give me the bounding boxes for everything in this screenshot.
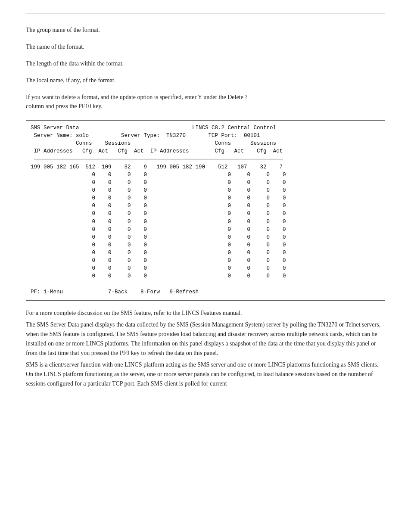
terminal-zero-row-6: 0 0 0 0 0 0 0 0 xyxy=(31,210,380,218)
terminal-pf-line: PF: 1-Menu 7-Back 8-Forw 9-Refresh xyxy=(31,288,380,296)
desc-text-3: The length of the data within the format… xyxy=(26,59,385,68)
body-text-3: SMS is a client/server function with one… xyxy=(26,361,378,386)
body-paragraph-1: For a more complete discussion on the SM… xyxy=(26,308,385,318)
terminal-zero-row-7: 0 0 0 0 0 0 0 0 xyxy=(31,218,380,226)
body-paragraph-2: The SMS Server Data panel displays the d… xyxy=(26,320,385,358)
terminal-rule: ────────────────────────────────────────… xyxy=(31,156,380,163)
terminal-zero-row-9: 0 0 0 0 0 0 0 0 xyxy=(31,233,380,241)
terminal-zero-row-11: 0 0 0 0 0 0 0 0 xyxy=(31,249,380,257)
top-rule xyxy=(26,13,385,13)
body-paragraph-3: SMS is a client/server function with one… xyxy=(26,360,385,388)
terminal-zero-row-4: 0 0 0 0 0 0 0 0 xyxy=(31,194,380,202)
terminal-zero-row-3: 0 0 0 0 0 0 0 0 xyxy=(31,187,380,194)
desc-block-4: The local name, if any, of the format. xyxy=(26,76,385,85)
terminal-server-row: Server Name: solo Server Type: TN3270 TC… xyxy=(31,132,380,140)
terminal-zero-row-13: 0 0 0 0 0 0 0 0 xyxy=(31,264,380,272)
terminal-data-row1: 199 005 182 165 512 109 32 9 199 005 182… xyxy=(31,163,380,171)
desc-text-4: The local name, if any, of the format. xyxy=(26,76,385,85)
desc-block-3: The length of the data within the format… xyxy=(26,59,385,68)
desc-block-2: The name of the format. xyxy=(26,42,385,51)
terminal-zero-row-1: 0 0 0 0 0 0 0 0 xyxy=(31,171,380,179)
desc-block-5: If you want to delete a format, and the … xyxy=(26,93,385,111)
desc-text-2: The name of the format. xyxy=(26,42,385,51)
terminal-col-headers: IP Addresses Cfg Act Cfg Act IP Addresse… xyxy=(31,147,380,155)
terminal-zero-row-5: 0 0 0 0 0 0 0 0 xyxy=(31,202,380,210)
terminal-blank xyxy=(31,280,380,288)
terminal-conns-sessions-row: Conns Sessions Conns Sessions xyxy=(31,140,380,147)
body-text-1: For a more complete discussion on the SM… xyxy=(26,310,242,316)
body-text-2: The SMS Server Data panel displays the d… xyxy=(26,321,380,356)
desc-block-1: The group name of the format. xyxy=(26,25,385,34)
desc-text-5: If you want to delete a format, and the … xyxy=(26,93,385,111)
terminal-zero-row-2: 0 0 0 0 0 0 0 0 xyxy=(31,179,380,187)
desc-text-1: The group name of the format. xyxy=(26,25,385,34)
terminal-zero-row-10: 0 0 0 0 0 0 0 0 xyxy=(31,241,380,249)
terminal-zero-row-12: 0 0 0 0 0 0 0 0 xyxy=(31,257,380,264)
terminal-zero-row-14: 0 0 0 0 0 0 0 0 xyxy=(31,272,380,280)
terminal-panel: SMS Server Data LINCS C8.2 Central Contr… xyxy=(26,120,385,301)
terminal-zero-row-8: 0 0 0 0 0 0 0 0 xyxy=(31,226,380,233)
terminal-header: SMS Server Data LINCS C8.2 Central Contr… xyxy=(31,124,380,132)
